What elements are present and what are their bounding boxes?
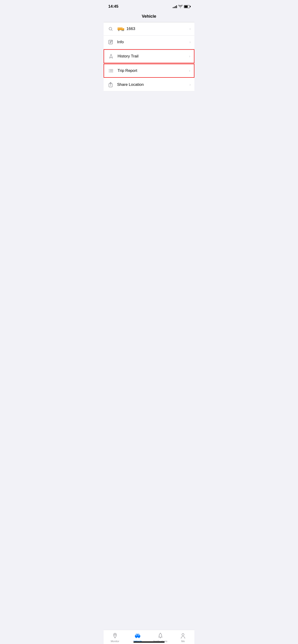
trip-report-label: Trip Report bbox=[118, 68, 187, 73]
page-header: Vehicle bbox=[104, 12, 194, 22]
share-icon bbox=[107, 82, 114, 88]
navigation-arrow-icon bbox=[108, 53, 114, 60]
menu-item-info[interactable]: Info › bbox=[104, 36, 194, 49]
vehicle-number-label: 1663 bbox=[126, 26, 188, 31]
page-title: Vehicle bbox=[142, 14, 156, 18]
status-time: 14:45 bbox=[108, 4, 118, 9]
menu-item-history-trail[interactable]: History Trail › bbox=[104, 49, 194, 63]
history-trail-label: History Trail bbox=[118, 54, 187, 58]
status-bar: 14:45 bbox=[104, 0, 194, 12]
wifi-icon bbox=[178, 5, 182, 8]
edit-icon bbox=[107, 39, 114, 45]
truck-icon bbox=[117, 26, 125, 32]
trip-list-icon bbox=[108, 68, 114, 74]
battery-icon bbox=[184, 5, 190, 8]
menu-item-search-vehicle[interactable]: 1663 › bbox=[104, 22, 194, 36]
chevron-right-icon: › bbox=[189, 27, 191, 31]
chevron-right-icon: › bbox=[189, 82, 191, 87]
signal-bars-icon bbox=[173, 5, 177, 8]
content-area bbox=[104, 92, 194, 212]
share-location-label: Share Location bbox=[117, 82, 188, 87]
svg-point-16 bbox=[109, 70, 109, 71]
svg-point-18 bbox=[109, 72, 109, 72]
menu-item-trip-report[interactable]: Trip Report › bbox=[104, 64, 194, 78]
menu-item-share-location[interactable]: Share Location › bbox=[104, 78, 194, 92]
status-icons bbox=[173, 5, 190, 8]
chevron-right-icon: › bbox=[189, 40, 191, 44]
svg-point-9 bbox=[123, 30, 124, 31]
chevron-right-icon: › bbox=[189, 54, 190, 58]
info-label: Info bbox=[117, 40, 188, 44]
search-icon bbox=[107, 26, 114, 32]
svg-point-7 bbox=[122, 30, 122, 31]
menu-list: 1663 › Info › History Trail › bbox=[104, 22, 194, 92]
svg-rect-2 bbox=[123, 28, 124, 30]
chevron-right-icon: › bbox=[189, 68, 190, 73]
svg-point-14 bbox=[109, 69, 109, 70]
svg-point-5 bbox=[119, 30, 119, 31]
